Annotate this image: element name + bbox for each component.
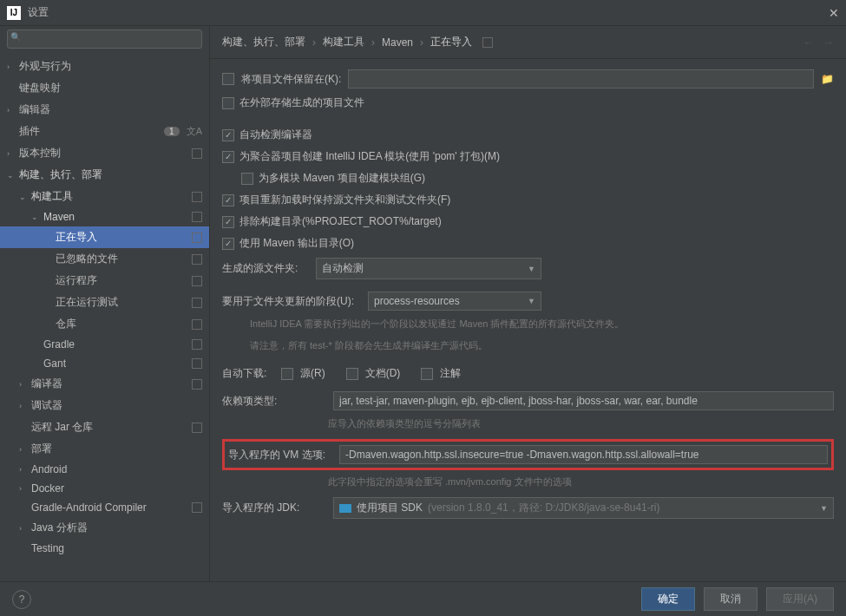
chevron-icon: › (19, 380, 31, 389)
sidebar-item[interactable]: ⌄构建工具 (0, 186, 209, 207)
external-storage-checkbox[interactable] (222, 97, 234, 109)
back-icon[interactable]: ← (803, 36, 814, 49)
folder-icon[interactable]: 📁 (821, 73, 834, 85)
jdk-select[interactable]: 使用项目 SDK (version 1.8.0_41，路径: D:/JDK8/j… (333, 497, 834, 519)
sidebar-item[interactable]: ›调试器 (0, 395, 209, 416)
sidebar: ›外观与行为键盘映射›编辑器插件1文A›版本控制⌄构建、执行、部署⌄构建工具⌄M… (0, 26, 210, 581)
auto-detect-compiler-label: 自动检测编译器 (239, 128, 312, 142)
scope-icon (192, 319, 202, 330)
scope-icon (192, 212, 202, 222)
chevron-icon: › (19, 465, 31, 474)
generated-sources-select[interactable]: 自动检测 ▼ (316, 258, 541, 279)
sidebar-item[interactable]: 插件1文A (0, 121, 209, 142)
multimodule-checkbox[interactable] (241, 173, 253, 185)
chevron-icon: › (19, 484, 31, 493)
sidebar-item[interactable]: Gradle-Android Compiler (0, 498, 209, 517)
scope-icon (192, 379, 202, 390)
chevron-down-icon: ▼ (528, 297, 535, 305)
scope-icon (192, 358, 202, 369)
vm-options-input[interactable] (339, 445, 828, 464)
jdk-label: 导入程序的 JDK: (222, 501, 326, 515)
sidebar-item[interactable]: Gradle (0, 335, 209, 354)
jdk-name: 使用项目 SDK (357, 501, 423, 515)
chevron-icon: › (19, 524, 31, 533)
search-container (0, 26, 209, 52)
sidebar-item[interactable]: 已忽略的文件 (0, 248, 209, 270)
sidebar-item[interactable]: ›编辑器 (0, 99, 209, 121)
auto-detect-compiler-checkbox[interactable] (222, 129, 234, 141)
lang-icon: 文A (187, 125, 202, 138)
aggregator-checkbox[interactable] (222, 151, 234, 163)
sidebar-item-label: Gant (43, 357, 188, 370)
sidebar-item[interactable]: ›版本控制 (0, 142, 209, 164)
sidebar-item[interactable]: ›编译器 (0, 373, 209, 395)
download-annotations-checkbox[interactable] (421, 368, 433, 380)
sidebar-item[interactable]: Gant (0, 354, 209, 373)
keep-files-input[interactable] (348, 69, 814, 88)
sidebar-item-label: 版本控制 (19, 146, 188, 161)
use-output-checkbox[interactable] (222, 238, 234, 250)
sidebar-item-label: Gradle-Android Compiler (31, 501, 188, 514)
chevron-icon: › (7, 62, 19, 71)
sidebar-item-label: 仓库 (56, 317, 188, 331)
download-annotations-label: 注解 (440, 366, 461, 381)
ok-button[interactable]: 确定 (641, 587, 695, 611)
scope-icon (192, 423, 202, 433)
sidebar-item[interactable]: 运行程序 (0, 270, 209, 292)
sidebar-item[interactable]: 仓库 (0, 313, 209, 335)
sidebar-item[interactable]: ⌄构建、执行、部署 (0, 164, 209, 186)
sidebar-item-label: Gradle (43, 338, 188, 351)
sidebar-item[interactable]: Testing (0, 539, 209, 558)
sidebar-item[interactable]: ⌄Maven (0, 207, 209, 226)
sidebar-item[interactable]: ›Java 分析器 (0, 517, 209, 539)
sidebar-item-label: 构建、执行、部署 (19, 167, 202, 182)
keep-sources-label: 项目重新加载时保持源文件夹和测试文件夹(F) (239, 193, 450, 207)
keep-files-checkbox[interactable] (222, 73, 234, 85)
external-storage-label: 在外部存储生成的项目文件 (239, 95, 364, 110)
sidebar-item[interactable]: ›部署 (0, 438, 209, 460)
phase-select[interactable]: process-resources ▼ (368, 292, 541, 311)
download-sources-checkbox[interactable] (281, 368, 293, 380)
sidebar-item[interactable]: 远程 Jar 仓库 (0, 416, 209, 438)
window-title: 设置 (28, 5, 829, 20)
download-docs-checkbox[interactable] (346, 368, 358, 380)
jdk-icon (339, 504, 351, 513)
close-icon[interactable]: ✕ (829, 6, 839, 20)
sidebar-item-label: 外观与行为 (19, 59, 202, 74)
forward-icon[interactable]: → (823, 36, 834, 49)
sidebar-item-label: 键盘映射 (19, 81, 202, 95)
vm-options-highlight: 导入程序的 VM 选项: (222, 439, 834, 470)
exclude-build-checkbox[interactable] (222, 216, 234, 228)
breadcrumb-item[interactable]: Maven (382, 36, 413, 49)
app-icon: IJ (7, 6, 21, 20)
sidebar-item[interactable]: ›Android (0, 460, 209, 479)
chevron-icon: ⌄ (7, 171, 19, 180)
exclude-build-label: 排除构建目录(%PROJECT_ROOT%/target) (239, 214, 442, 229)
dep-types-input[interactable] (333, 391, 834, 410)
breadcrumb-item[interactable]: 构建工具 (323, 35, 364, 49)
keep-sources-checkbox[interactable] (222, 194, 234, 206)
scope-icon (482, 37, 493, 48)
sidebar-item[interactable]: 键盘映射 (0, 77, 209, 99)
download-sources-label: 源(R) (300, 366, 325, 381)
breadcrumb-item[interactable]: 构建、执行、部署 (222, 35, 305, 49)
sidebar-item[interactable]: ›外观与行为 (0, 56, 209, 77)
phase-hint2: 请注意，所有 test-* 阶段都会先生成并编译生产源代码。 (250, 339, 834, 352)
sidebar-item[interactable]: 正在运行测试 (0, 292, 209, 313)
help-button[interactable]: ? (12, 590, 31, 609)
scope-icon (192, 254, 202, 265)
scope-icon (192, 192, 202, 202)
chevron-icon: › (7, 149, 19, 158)
sidebar-item-label: 运行程序 (56, 273, 188, 288)
search-input[interactable] (7, 29, 202, 49)
auto-download-label: 自动下载: (222, 366, 274, 381)
apply-button[interactable]: 应用(A) (766, 587, 834, 611)
sidebar-item-label: Android (31, 463, 202, 475)
breadcrumb-sep: › (420, 36, 423, 49)
sidebar-item-label: 调试器 (31, 398, 202, 413)
sidebar-item-label: 构建工具 (31, 189, 188, 204)
cancel-button[interactable]: 取消 (704, 587, 757, 611)
sidebar-item[interactable]: ›Docker (0, 479, 209, 498)
sidebar-item-label: 正在运行测试 (56, 295, 188, 310)
sidebar-item[interactable]: 正在导入 (0, 226, 209, 248)
